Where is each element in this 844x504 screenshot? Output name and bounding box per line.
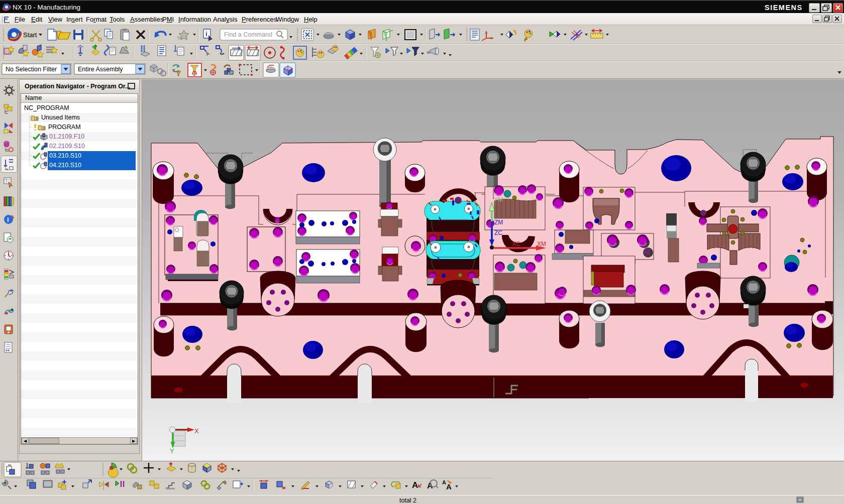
svg-text:No Selection Filter: No Selection Filter — [6, 66, 57, 73]
svg-text:Y: Y — [170, 447, 174, 455]
svg-text:ZM: ZM — [494, 219, 503, 226]
svg-text:X: X — [194, 427, 199, 435]
svg-text:i: i — [7, 216, 9, 223]
svg-text:Find a Command: Find a Command — [224, 31, 272, 38]
svg-text:ZC: ZC — [494, 229, 502, 236]
svg-text:A: A — [446, 482, 452, 491]
svg-text:Entire Assembly: Entire Assembly — [78, 66, 123, 73]
svg-text:A: A — [442, 479, 446, 485]
svg-text:Start: Start — [23, 31, 37, 39]
svg-text:XM: XM — [537, 240, 546, 247]
svg-text:YM: YM — [494, 196, 503, 203]
svg-text:XC: XC — [512, 240, 520, 247]
svg-text:A: A — [412, 480, 418, 490]
svg-text:i: i — [205, 30, 207, 38]
